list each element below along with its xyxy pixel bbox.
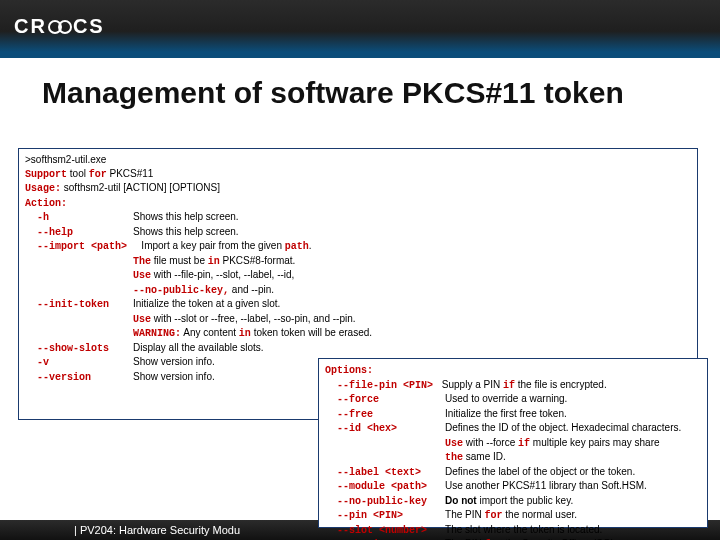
t: token token will be erased.	[251, 327, 372, 338]
opt-force: --force	[325, 394, 445, 405]
t: Shows this help screen.	[133, 226, 239, 237]
opt-version: --version	[25, 372, 133, 383]
t: The PIN	[445, 509, 484, 520]
kw-use: Use	[25, 270, 151, 281]
t: Show version info.	[133, 356, 215, 367]
kw-options: Options:	[325, 365, 373, 376]
opt-help: --help	[25, 227, 133, 238]
opt-pin: --pin <PIN>	[325, 510, 445, 521]
kw-the2: the	[325, 452, 463, 463]
kw-for: for	[89, 169, 107, 180]
page-title: Management of software PKCS#11 token	[0, 58, 720, 118]
t: Initialize the first free token.	[445, 408, 567, 419]
kw-in: in	[208, 256, 220, 267]
kw-the: The	[25, 256, 151, 267]
kw-in2: in	[239, 328, 251, 339]
t: Shows this help screen.	[133, 211, 239, 222]
t: softhsm2-util [ACTION] [OPTIONS]	[61, 182, 220, 193]
kw-use2: Use	[25, 314, 151, 325]
t: with --force	[463, 437, 518, 448]
logo-ring-2	[58, 20, 72, 34]
t: Use another PKCS#11 library than Soft.HS…	[445, 480, 647, 491]
opt-free: --free	[325, 409, 445, 420]
opt-import: --import <path>	[25, 241, 133, 252]
t: Display all the available slots.	[133, 342, 264, 353]
t: multiple key pairs may share	[530, 437, 660, 448]
opt-nopub2: --no-public-key	[325, 496, 445, 507]
t: and --pin.	[229, 284, 274, 295]
kw-use3: Use	[325, 438, 463, 449]
t: PKCS#11	[107, 168, 154, 179]
opt-show: --show-slots	[25, 343, 133, 354]
kw-donot: Do not	[445, 495, 477, 506]
opt-v: -v	[25, 357, 133, 368]
t: with --slot or --free, --label, --so-pin…	[151, 313, 356, 324]
t: PKCS#8-format.	[220, 255, 296, 266]
kw-warning: WARNING:	[25, 328, 181, 339]
t: tool	[67, 168, 89, 179]
kw-if: if	[503, 380, 515, 391]
kw-if2: if	[518, 438, 530, 449]
t: Show version info.	[133, 371, 215, 382]
logo: CRCS	[14, 15, 105, 38]
t: The slot where the token is located.	[445, 524, 602, 535]
t: the normal user.	[503, 509, 577, 520]
kw-usage: Usage:	[25, 183, 61, 194]
options-box: Options: --file-pin <PIN> Supply a PIN i…	[318, 358, 708, 528]
footer-text: | PV204: Hardware Security Modu	[74, 524, 240, 536]
cmd-line: >softhsm2-util.exe	[25, 154, 106, 165]
kw-for2: for	[485, 510, 503, 521]
t: the file is encrypted.	[515, 379, 607, 390]
t: Supply a PIN	[439, 379, 503, 390]
header-bar: CRCS	[0, 0, 720, 58]
t: .	[309, 240, 312, 251]
kw-path: path	[285, 241, 309, 252]
kw-support: Support	[25, 169, 67, 180]
opt-init: --init-token	[25, 299, 133, 310]
t: with --file-pin, --slot, --label, --id,	[151, 269, 294, 280]
t: Defines the label of the object or the t…	[445, 466, 635, 477]
t: file must be	[151, 255, 208, 266]
opt-label: --label <text>	[325, 467, 445, 478]
t: same ID.	[463, 451, 506, 462]
t: Import a key pair from the given	[133, 240, 285, 251]
opt-nopub: --no-public-key,	[25, 285, 229, 296]
t: Initialize the token at a given slot.	[133, 298, 280, 309]
t: Defines the ID of the object. Hexadecima…	[445, 422, 681, 433]
t: Used to override a warning.	[445, 393, 567, 404]
opt-module: --module <path>	[325, 481, 445, 492]
t: Any content	[181, 327, 239, 338]
kw-action: Action:	[25, 198, 67, 209]
opt-id: --id <hex>	[325, 423, 445, 434]
opt-filepin: --file-pin <PIN>	[325, 380, 439, 391]
opt-h: -h	[25, 212, 133, 223]
t: import the public key.	[477, 495, 574, 506]
opt-slot: --slot <number>	[325, 525, 445, 536]
